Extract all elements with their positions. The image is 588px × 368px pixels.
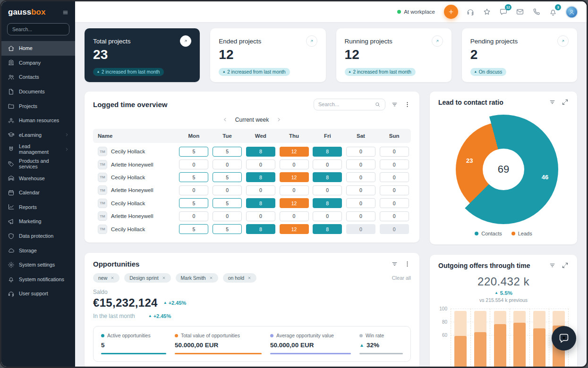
search-icon[interactable]: [375, 101, 381, 108]
mail-button[interactable]: [516, 8, 524, 16]
remove-chip-icon[interactable]: [111, 276, 114, 280]
hours-cell[interactable]: 8: [246, 224, 275, 234]
hours-cell[interactable]: 0: [280, 159, 309, 169]
hours-cell[interactable]: 5: [179, 172, 208, 182]
filter-chip-design-sprint[interactable]: Design sprint: [124, 273, 170, 283]
hours-cell[interactable]: 8: [313, 147, 342, 157]
menu-toggle-icon[interactable]: [62, 9, 68, 16]
filter-chip-mark-smith[interactable]: Mark Smith: [176, 273, 218, 283]
hours-cell[interactable]: 0: [346, 211, 375, 221]
hours-cell[interactable]: 8: [313, 224, 342, 234]
filter-button[interactable]: [391, 260, 398, 268]
sidebar-item-elearning[interactable]: eLearning: [1, 128, 75, 142]
stat-card-link-button[interactable]: [306, 35, 317, 47]
hours-cell[interactable]: 0: [246, 211, 275, 221]
bar[interactable]: [533, 328, 545, 367]
next-week-button[interactable]: [276, 117, 281, 122]
hours-cell[interactable]: 12: [280, 198, 309, 208]
hours-cell[interactable]: 0: [380, 159, 409, 169]
hours-cell[interactable]: 5: [213, 224, 242, 234]
hours-cell[interactable]: 0: [213, 211, 242, 221]
sidebar-item-lead-management[interactable]: Lead management: [1, 142, 75, 157]
favorites-button[interactable]: [483, 8, 491, 16]
hours-cell[interactable]: 12: [280, 224, 309, 234]
notifications-button[interactable]: 3: [549, 8, 557, 16]
hours-cell[interactable]: 0: [313, 211, 342, 221]
hours-cell[interactable]: 0: [213, 159, 242, 169]
sidebar-item-system-settings[interactable]: System settings: [1, 258, 75, 272]
prev-week-button[interactable]: [222, 117, 228, 122]
expand-button[interactable]: [562, 99, 569, 106]
sidebar-item-contacts[interactable]: Contacts: [1, 70, 75, 84]
hours-cell[interactable]: 0: [213, 185, 242, 195]
filter-button[interactable]: [391, 101, 398, 108]
hours-cell[interactable]: 12: [280, 172, 309, 182]
support-button[interactable]: [466, 8, 475, 16]
hours-cell[interactable]: 0: [346, 185, 375, 195]
hours-cell[interactable]: 5: [179, 147, 208, 157]
more-options-button[interactable]: [404, 260, 411, 268]
hours-cell[interactable]: 5: [179, 224, 208, 234]
hours-cell[interactable]: 0: [346, 147, 375, 157]
hours-cell[interactable]: 5: [213, 147, 242, 157]
bar[interactable]: [513, 323, 526, 367]
hours-cell[interactable]: 0: [346, 159, 375, 169]
hours-cell[interactable]: 8: [246, 147, 275, 157]
sidebar-item-user-support[interactable]: User support: [1, 286, 75, 301]
calls-button[interactable]: [532, 8, 541, 16]
hours-cell[interactable]: 0: [179, 211, 208, 221]
sidebar-item-documents[interactable]: Documents: [1, 84, 75, 99]
sidebar-item-reports[interactable]: Reports: [1, 200, 75, 215]
presence-status[interactable]: At workplace: [397, 9, 435, 15]
sidebar-item-storage[interactable]: Storage: [1, 243, 75, 258]
chat-fab[interactable]: [552, 326, 576, 351]
hours-cell[interactable]: 0: [380, 147, 409, 157]
bar[interactable]: [474, 332, 486, 367]
hours-cell[interactable]: 0: [246, 185, 275, 195]
hours-cell[interactable]: 8: [313, 172, 342, 182]
hours-cell[interactable]: 0: [280, 211, 309, 221]
hours-cell[interactable]: 5: [213, 198, 242, 208]
messages-button[interactable]: 12: [499, 8, 508, 16]
more-options-button[interactable]: [404, 101, 411, 108]
expand-button[interactable]: [562, 262, 569, 269]
user-avatar[interactable]: [565, 6, 578, 18]
hours-cell[interactable]: 5: [179, 198, 208, 208]
hours-cell[interactable]: 8: [246, 172, 275, 182]
hours-cell[interactable]: 0: [179, 185, 208, 195]
hours-cell[interactable]: 0: [313, 159, 342, 169]
sidebar-item-human-resources[interactable]: Human resources: [1, 113, 75, 128]
clear-all-button[interactable]: Clear all: [392, 275, 411, 281]
stat-card-link-button[interactable]: [557, 35, 569, 47]
hours-cell[interactable]: 0: [313, 185, 342, 195]
hours-cell[interactable]: 0: [380, 185, 409, 195]
remove-chip-icon[interactable]: [209, 276, 213, 280]
hours-cell[interactable]: 0: [179, 159, 208, 169]
sidebar-item-home[interactable]: Home: [1, 41, 75, 56]
sidebar-search-input[interactable]: [7, 23, 69, 35]
hours-cell[interactable]: 0: [346, 198, 375, 208]
sidebar-item-system-notifications[interactable]: System notifications: [1, 272, 75, 287]
hours-cell[interactable]: 0: [380, 172, 409, 182]
stat-card-link-button[interactable]: [432, 35, 443, 47]
hours-cell[interactable]: 5: [213, 172, 242, 182]
table-search-input[interactable]: [318, 101, 372, 107]
remove-chip-icon[interactable]: [162, 276, 166, 280]
filter-chip-new[interactable]: new: [93, 273, 119, 283]
hours-cell[interactable]: 12: [280, 147, 309, 157]
sidebar-item-calendar[interactable]: Calendar: [1, 185, 75, 200]
hours-cell[interactable]: 8: [246, 198, 275, 208]
hours-cell[interactable]: 0: [380, 198, 409, 208]
filter-button[interactable]: [549, 99, 556, 106]
bar[interactable]: [494, 324, 506, 367]
sidebar-item-warehouse[interactable]: Warehouse: [1, 171, 75, 185]
filter-button[interactable]: [549, 262, 556, 269]
hours-cell[interactable]: 0: [346, 172, 375, 182]
sidebar-item-marketing[interactable]: Marketing: [1, 214, 75, 229]
hours-cell[interactable]: 0: [380, 224, 409, 234]
sidebar-item-company[interactable]: Company: [1, 56, 75, 70]
bar[interactable]: [454, 336, 467, 367]
filter-chip-on-hold[interactable]: on hold: [223, 273, 256, 283]
sidebar-item-projects[interactable]: Projects: [1, 99, 75, 113]
create-new-button[interactable]: [444, 5, 458, 19]
